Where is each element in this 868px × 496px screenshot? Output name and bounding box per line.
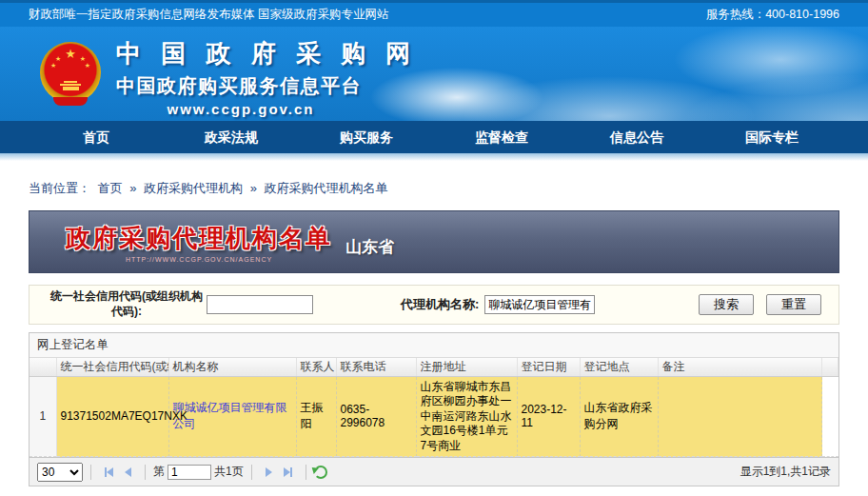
search-panel: 统一社会信用代码(或组织机构代码): 代理机构名称: 搜索 重置 [29, 285, 839, 325]
banner-url: HTTP://WWW.CCGP.GOV.CN/AGENCY [66, 256, 332, 263]
nav-item-announcements[interactable]: 信息公告 [569, 121, 704, 153]
nav-item-home[interactable]: 首页 [29, 121, 164, 153]
breadcrumb-separator: » [129, 181, 136, 195]
prev-page-icon[interactable] [118, 463, 137, 482]
col-reg-place: 登记地点 [580, 358, 658, 376]
tiananmen-gate-icon [59, 80, 82, 90]
last-page-icon[interactable] [279, 463, 298, 482]
page-banner: 政府采购代理机构名单 HTTP://WWW.CCGP.GOV.CN/AGENCY… [29, 210, 839, 273]
col-phone: 联系电话 [336, 358, 416, 376]
breadcrumb-current: 政府采购代理机构名单 [265, 181, 388, 195]
col-address: 注册地址 [416, 358, 517, 376]
col-agency-name: 机构名称 [168, 358, 296, 376]
cell-contact: 王振阳 [296, 376, 336, 457]
site-header: ★ ★ ★ ★ ★ 中 国 政 府 采 购 网 中国政府购买服务信息平台 www… [0, 27, 868, 121]
service-hotline: 服务热线：400-810-1996 [706, 7, 839, 23]
credit-code-input[interactable] [207, 295, 313, 314]
top-bar: 财政部唯一指定政府采购信息网络发布媒体 国家级政府采购专业网站 服务热线：400… [0, 0, 868, 27]
main-nav: 首页 政采法规 购买服务 监督检查 信息公告 国际专栏 [0, 121, 868, 153]
col-credit-code: 统一社会信用代码(或组织 [56, 358, 168, 376]
cell-credit-code: 91371502MA7EQ17NXK [56, 376, 168, 457]
breadcrumb-label: 当前位置： [29, 181, 90, 195]
page-number-input[interactable] [168, 465, 211, 480]
nav-gradient-strip [0, 153, 868, 161]
cell-agency-name: 聊城诚亿项目管理有限公司 [168, 376, 296, 457]
cell-rownum: 1 [30, 376, 56, 457]
cell-phone: 0635-2996078 [336, 376, 416, 457]
nav-item-supervision[interactable]: 监督检查 [434, 121, 569, 153]
record-summary: 显示1到1,共1记录 [740, 464, 831, 480]
refresh-icon[interactable] [314, 466, 327, 479]
nav-item-international[interactable]: 国际专栏 [704, 121, 839, 153]
col-spacer [822, 358, 838, 376]
nav-item-regulations[interactable]: 政采法规 [164, 121, 299, 153]
site-titles: 中 国 政 府 采 购 网 中国政府购买服务信息平台 www.ccgp.gov.… [116, 37, 417, 117]
col-contact: 联系人 [296, 358, 336, 376]
site-subtitle: 中国政府购买服务信息平台 [116, 73, 417, 99]
reset-button[interactable]: 重置 [766, 294, 821, 315]
breadcrumb-agency[interactable]: 政府采购代理机构 [144, 181, 243, 195]
banner-province: 山东省 [345, 236, 394, 258]
section-title: 网上登记名单 [30, 333, 838, 358]
next-page-icon[interactable] [260, 463, 279, 482]
banner-title: 政府采购代理机构名单 [66, 222, 332, 255]
page-total-label: 共1页 [214, 464, 244, 480]
results-panel: 网上登记名单 统一社会信用代码(或组织 机构名称 联系人 联系电话 注册地址 登… [29, 332, 839, 486]
table-header-row: 统一社会信用代码(或组织 机构名称 联系人 联系电话 注册地址 登记日期 登记地… [30, 358, 838, 376]
cell-note [658, 376, 822, 457]
col-rownum [30, 358, 56, 376]
page-size-select[interactable]: 30 [37, 463, 83, 482]
cell-reg-date: 2023-12-11 [517, 376, 580, 457]
col-note: 备注 [658, 358, 822, 376]
agency-name-input[interactable] [484, 295, 595, 314]
search-button[interactable]: 搜索 [699, 294, 754, 315]
table-row: 1 91371502MA7EQ17NXK 聊城诚亿项目管理有限公司 王振阳 06… [30, 376, 838, 457]
site-slogan: 财政部唯一指定政府采购信息网络发布媒体 国家级政府采购专业网站 [29, 7, 388, 23]
col-reg-date: 登记日期 [517, 358, 580, 376]
breadcrumb-home[interactable]: 首页 [98, 181, 123, 195]
breadcrumb-separator: » [250, 181, 257, 195]
breadcrumb: 当前位置： 首页 » 政府采购代理机构 » 政府采购代理机构名单 [29, 180, 868, 197]
credit-code-label: 统一社会信用代码(或组织机构代码): [47, 289, 207, 319]
site-name: 中 国 政 府 采 购 网 [116, 37, 417, 70]
nav-item-purchase-services[interactable]: 购买服务 [299, 121, 434, 153]
pagination-bar: 30 第 共1页 显示1到1,共1记录 [30, 457, 838, 486]
agency-name-link[interactable]: 聊城诚亿项目管理有限公司 [173, 401, 287, 430]
page-prefix-label: 第 [153, 464, 165, 480]
agency-name-label: 代理机构名称: [401, 296, 479, 313]
agency-table: 统一社会信用代码(或组织 机构名称 联系人 联系电话 注册地址 登记日期 登记地… [30, 358, 838, 457]
cell-spacer [822, 376, 838, 457]
china-national-emblem-icon: ★ ★ ★ ★ ★ [40, 42, 101, 103]
cell-address: 山东省聊城市东昌府区柳园办事处一中南运河路东山水文园16号楼1单元7号商业 [416, 376, 517, 457]
cell-reg-place: 山东省政府采购分网 [580, 376, 658, 457]
site-url: www.ccgp.gov.cn [116, 101, 365, 117]
first-page-icon[interactable] [99, 463, 118, 482]
